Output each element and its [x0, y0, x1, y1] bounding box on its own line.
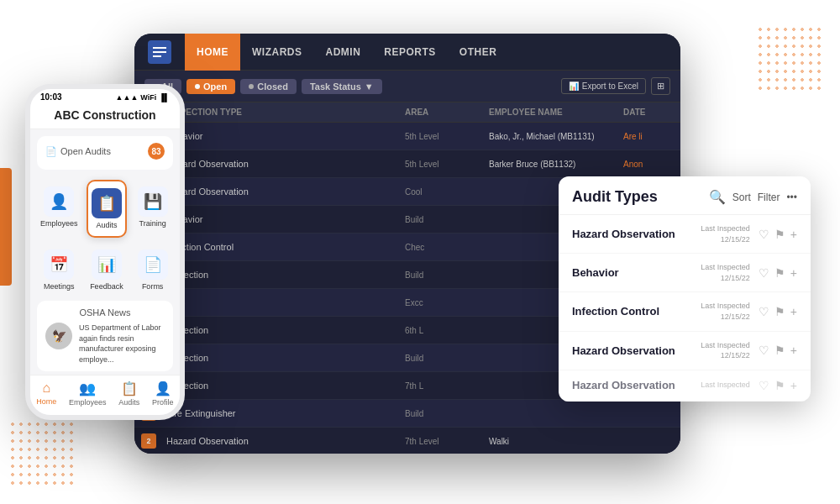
phone-device: 10:03 ▲▲▲ WiFi ▐▌ ABC Construction 📄 Ope… — [25, 84, 185, 420]
news-item[interactable]: 🦅 US Department of Labor again finds res… — [45, 323, 165, 365]
audit-type-row[interactable]: Hazard Observation Last Inspected 12/15/… — [559, 215, 811, 254]
meetings-label: Meetings — [44, 282, 75, 291]
audits-nav-label: Audits — [118, 398, 139, 407]
bottom-nav-employees[interactable]: 👥 Employees — [69, 381, 107, 407]
bottom-nav-home[interactable]: ⌂ Home — [36, 381, 56, 407]
nav-item-reports[interactable]: REPORTS — [372, 34, 448, 71]
dot-pattern-bottom-left — [8, 420, 76, 487]
date-label: Last Inspected — [701, 262, 750, 273]
flag-icon[interactable]: ⚑ — [774, 228, 785, 241]
row-level: 7th L — [405, 381, 489, 391]
app-icon-feedback[interactable]: 📊 Feedback — [87, 243, 128, 297]
audit-type-row[interactable]: Hazard Observation Last Inspected ♡ ⚑ + — [559, 370, 811, 402]
audit-types-panel: Audit Types 🔍 Sort Filter ••• Hazard Obs… — [559, 176, 811, 402]
phone-status-bar: 10:03 ▲▲▲ WiFi ▐▌ — [30, 89, 180, 105]
filter-open-button[interactable]: Open — [186, 79, 235, 94]
audit-type-row[interactable]: Infection Control Last Inspected 12/15/2… — [559, 292, 811, 331]
col-type: Inspection Type — [166, 108, 405, 117]
table-row[interactable]: 2 Hazard Observation 5th Level Barker Br… — [134, 150, 680, 178]
audit-type-date: Last Inspected 12/15/22 — [701, 262, 750, 283]
employees-nav-icon: 👥 — [79, 381, 96, 396]
audit-type-date: Last Inspected — [701, 380, 750, 391]
row-person: Bako, Jr., Michael (MB1131) — [489, 132, 623, 141]
tablet-toolbar: All Open Closed Task Status ▼ 📊 Export t… — [134, 71, 680, 102]
row-level: Build — [405, 215, 489, 224]
meetings-icon: 📅 — [44, 249, 74, 280]
heart-icon[interactable]: ♡ — [759, 228, 769, 241]
feedback-icon: 📊 — [92, 249, 122, 280]
app-icon-forms[interactable]: 📄 Forms — [132, 243, 173, 297]
home-icon: ⌂ — [43, 381, 51, 396]
app-icon-training[interactable]: 💾 Training — [132, 180, 173, 238]
more-button[interactable]: ••• — [786, 192, 797, 203]
sort-button[interactable]: Sort — [732, 192, 751, 203]
flag-icon[interactable]: ⚑ — [774, 266, 785, 280]
grid-view-button[interactable]: ⊞ — [651, 77, 670, 95]
row-type: Infection Control — [166, 242, 405, 252]
audit-type-name: Behavior — [572, 266, 701, 279]
export-icon: 📊 — [569, 81, 579, 91]
add-icon[interactable]: + — [790, 305, 797, 318]
audit-type-date: Last Inspected 12/15/22 — [701, 301, 750, 322]
export-excel-button[interactable]: 📊 Export to Excel — [561, 78, 646, 94]
app-icon-employees[interactable]: 👤 Employees — [37, 180, 81, 238]
flag-icon[interactable]: ⚑ — [774, 379, 785, 392]
add-icon[interactable]: + — [790, 228, 797, 241]
app-icon-meetings[interactable]: 📅 Meetings — [37, 243, 81, 297]
audit-type-row[interactable]: Hazard Observation Last Inspected 12/15/… — [559, 332, 811, 370]
app-icon-audits[interactable]: 📋 Audits — [87, 180, 128, 238]
row-type: EHS — [166, 297, 405, 307]
nav-item-wizards[interactable]: WIZARDS — [240, 34, 314, 71]
filter-button[interactable]: Filter — [758, 192, 780, 203]
employees-icon: 👤 — [44, 186, 74, 217]
filter-task-button[interactable]: Task Status ▼ — [302, 79, 382, 94]
audit-type-name: Infection Control — [572, 305, 701, 318]
date-value: 12/15/22 — [701, 350, 750, 361]
battery-icon: ▐▌ — [159, 93, 170, 102]
audit-types-title: Audit Types — [572, 188, 709, 206]
nav-item-other[interactable]: OTHER — [448, 34, 509, 71]
nav-item-home[interactable]: HOME — [185, 34, 240, 71]
filter-closed-button[interactable]: Closed — [240, 79, 297, 94]
row-level: Build — [405, 409, 489, 418]
feedback-label: Feedback — [90, 282, 123, 291]
training-icon: 💾 — [138, 186, 168, 217]
heart-icon[interactable]: ♡ — [759, 266, 769, 280]
open-audits-badge: 83 — [148, 143, 165, 160]
app-icons-grid: 👤 Employees 📋 Audits 💾 Training 📅 Meetin… — [30, 176, 180, 301]
row-person: Walki — [489, 437, 623, 446]
audits-label: Audits — [96, 221, 117, 229]
phone-bottom-nav: ⌂ Home 👥 Employees 📋 Audits 👤 Profile — [30, 375, 180, 415]
col-date: Date — [623, 108, 674, 117]
row-type: Hazard Observation — [166, 159, 405, 169]
heart-icon[interactable]: ♡ — [759, 305, 769, 318]
audit-type-icons: ♡ ⚑ + — [759, 266, 797, 280]
table-row[interactable]: 2 Hazard Observation 7th Level Walki — [134, 428, 680, 454]
nav-item-admin[interactable]: ADMIN — [314, 34, 373, 71]
flag-icon[interactable]: ⚑ — [774, 305, 785, 318]
search-icon[interactable]: 🔍 — [709, 189, 726, 205]
audit-types-header: Audit Types 🔍 Sort Filter ••• — [559, 176, 811, 215]
table-row[interactable]: 4 Fire Extinguisher Build — [134, 400, 680, 428]
row-level: Excc — [405, 298, 489, 307]
add-icon[interactable]: + — [790, 266, 797, 280]
phone-time: 10:03 — [40, 92, 62, 102]
audit-type-date: Last Inspected 12/15/22 — [701, 223, 750, 244]
open-audits-section: 📄 Open Audits 83 — [37, 136, 173, 170]
date-value: 12/15/22 — [701, 273, 750, 284]
date-label: Last Inspected — [701, 301, 750, 312]
orange-accent-bar-left — [0, 168, 12, 286]
news-logo: 🦅 — [45, 323, 72, 349]
bottom-nav-audits[interactable]: 📋 Audits — [118, 381, 139, 407]
flag-icon[interactable]: ⚑ — [774, 344, 785, 357]
dot-pattern-top-right — [756, 25, 823, 92]
table-row[interactable]: 2 Behavior 5th Level Bako, Jr., Michael … — [134, 123, 680, 150]
heart-icon[interactable]: ♡ — [759, 379, 769, 392]
add-icon[interactable]: + — [790, 379, 797, 392]
bottom-nav-profile[interactable]: 👤 Profile — [152, 381, 174, 407]
add-icon[interactable]: + — [790, 344, 797, 357]
audit-type-date: Last Inspected 12/15/22 — [701, 340, 750, 361]
open-audits-title: 📄 Open Audits — [45, 146, 111, 157]
heart-icon[interactable]: ♡ — [759, 344, 769, 357]
audit-type-row[interactable]: Behavior Last Inspected 12/15/22 ♡ ⚑ + — [559, 254, 811, 292]
